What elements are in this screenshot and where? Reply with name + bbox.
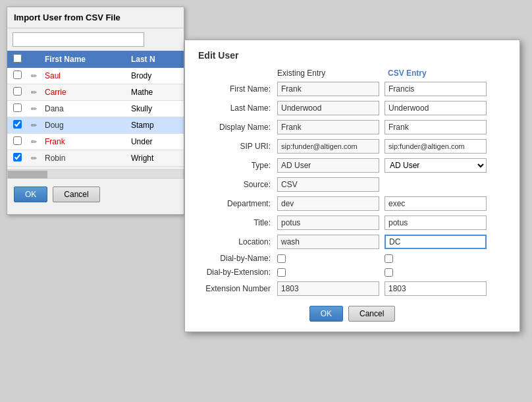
edit-dialog-title: Edit User: [198, 50, 506, 61]
title-csv-wrapper: [385, 215, 487, 230]
source-existing-wrapper: [277, 177, 379, 192]
row-edit-cell: ✏: [27, 134, 41, 150]
edit-pencil-icon[interactable]: ✏: [31, 138, 37, 146]
select-all-checkbox[interactable]: [13, 54, 22, 63]
row-checkbox[interactable]: [13, 71, 22, 79]
row-checkbox[interactable]: [13, 120, 22, 129]
last-name-existing-input[interactable]: [277, 101, 379, 115]
department-csv-input[interactable]: [385, 196, 487, 211]
title-label: Title:: [198, 218, 277, 227]
edit-pencil-icon[interactable]: ✏: [31, 105, 37, 113]
dial-by-ext-label: Dial-by-Extension:: [198, 268, 277, 277]
department-existing-input[interactable]: [277, 196, 379, 211]
last-name-csv-input[interactable]: [385, 101, 487, 115]
table-row: ✏DanaSkully: [7, 101, 184, 117]
dial-by-ext-csv-checkbox[interactable]: [385, 268, 393, 277]
import-ok-button[interactable]: OK: [14, 187, 47, 202]
type-row: Type: AD User Local User: [198, 158, 506, 173]
row-last-name: Skully: [127, 101, 184, 117]
sip-uri-existing-input[interactable]: [277, 139, 379, 154]
source-label: Source:: [198, 180, 277, 189]
row-edit-cell: ✏: [27, 150, 41, 167]
row-edit-cell: ✏: [27, 84, 41, 101]
col-edit-icon: [27, 51, 41, 68]
dial-by-ext-existing-checkbox[interactable]: [277, 268, 286, 277]
first-name-existing-input[interactable]: [277, 82, 379, 96]
source-existing-input[interactable]: [277, 177, 379, 192]
col-last-name: Last N: [127, 51, 184, 68]
department-csv-wrapper: [385, 196, 487, 211]
extension-number-existing-input[interactable]: [277, 281, 379, 296]
existing-entry-label: Existing Entry: [277, 69, 383, 78]
row-last-name: Stamp: [127, 117, 184, 134]
row-checkbox-cell: [7, 134, 27, 150]
edit-dialog: Edit User Existing Entry CSV Entry First…: [184, 40, 520, 332]
sip-uri-row: SIP URI:: [198, 139, 506, 154]
last-name-existing-wrapper: [277, 101, 379, 115]
last-name-row: Last Name:: [198, 101, 506, 115]
location-csv-input[interactable]: [385, 235, 487, 249]
row-last-name: Mathe: [127, 84, 184, 101]
row-checkbox-cell: [7, 68, 27, 84]
first-name-label: First Name:: [198, 84, 277, 94]
row-checkbox-cell: [7, 101, 27, 117]
edit-ok-button[interactable]: OK: [309, 306, 343, 322]
last-name-csv-wrapper: [385, 101, 487, 115]
row-first-name: Carrie: [41, 84, 127, 101]
department-label: Department:: [198, 199, 277, 208]
extension-number-row: Extension Number: [198, 281, 506, 296]
dial-by-ext-csv-wrapper: [385, 268, 487, 277]
extension-number-csv-input[interactable]: [385, 281, 487, 296]
department-row: Department:: [198, 196, 506, 211]
row-last-name: Wright: [127, 150, 184, 167]
display-name-csv-input[interactable]: [385, 120, 487, 134]
dial-by-name-csv-wrapper: [385, 254, 487, 263]
import-dialog: Import User from CSV File First Name Las…: [7, 7, 184, 215]
title-csv-input[interactable]: [385, 215, 487, 230]
row-first-name: Frank: [41, 134, 127, 150]
display-name-label: Display Name:: [198, 123, 277, 132]
dial-by-ext-row: Dial-by-Extension:: [198, 268, 506, 277]
display-name-existing-input[interactable]: [277, 120, 379, 134]
display-name-existing-wrapper: [277, 120, 379, 134]
row-checkbox[interactable]: [13, 136, 22, 145]
location-existing-input[interactable]: [277, 235, 379, 249]
title-row: Title:: [198, 215, 506, 230]
row-last-name: Under: [127, 134, 184, 150]
type-csv-select[interactable]: AD User Local User: [385, 158, 487, 173]
import-dialog-title: Import User from CSV File: [7, 7, 184, 28]
horizontal-scrollbar[interactable]: [7, 169, 184, 179]
col-first-name: First Name: [41, 51, 127, 68]
first-name-csv-wrapper: [385, 82, 487, 96]
display-name-csv-wrapper: [385, 120, 487, 134]
edit-cancel-button[interactable]: Cancel: [348, 306, 395, 322]
dial-by-name-existing-wrapper: [277, 254, 379, 263]
row-checkbox-cell: [7, 84, 27, 101]
edit-pencil-icon[interactable]: ✏: [31, 88, 37, 96]
location-row: Location:: [198, 235, 506, 249]
type-existing-input[interactable]: [277, 158, 379, 173]
import-cancel-button[interactable]: Cancel: [53, 187, 99, 202]
first-name-existing-wrapper: [277, 82, 379, 96]
edit-pencil-icon[interactable]: ✏: [31, 121, 37, 129]
import-search-input[interactable]: [13, 32, 144, 47]
row-edit-cell: ✏: [27, 68, 41, 84]
row-checkbox[interactable]: [13, 153, 22, 161]
department-existing-wrapper: [277, 196, 379, 211]
sip-uri-csv-input[interactable]: [385, 139, 487, 154]
row-checkbox[interactable]: [13, 87, 22, 96]
display-name-row: Display Name:: [198, 120, 506, 134]
location-existing-wrapper: [277, 235, 379, 249]
title-existing-input[interactable]: [277, 215, 379, 230]
row-first-name: Dana: [41, 101, 127, 117]
source-row: Source:: [198, 177, 506, 192]
row-checkbox[interactable]: [13, 103, 22, 112]
edit-pencil-icon[interactable]: ✏: [31, 72, 37, 80]
row-first-name: Robin: [41, 150, 127, 167]
table-row: ✏CarrieMathe: [7, 84, 184, 101]
dial-by-name-existing-checkbox[interactable]: [277, 254, 286, 263]
dial-by-name-csv-checkbox[interactable]: [385, 254, 393, 263]
edit-pencil-icon[interactable]: ✏: [31, 154, 37, 162]
row-checkbox-cell: [7, 117, 27, 134]
first-name-csv-input[interactable]: [385, 82, 487, 96]
